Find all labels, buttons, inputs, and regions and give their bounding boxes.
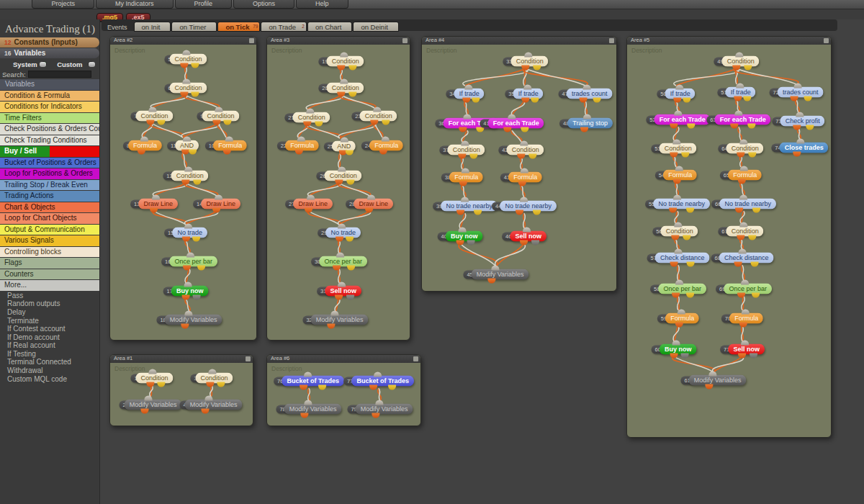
tab-on-deinit[interactable]: on Deinit — [353, 22, 399, 32]
node-input-connector[interactable] — [741, 341, 749, 346]
node-formula[interactable]: 70Formula — [721, 313, 763, 324]
node-buynow[interactable]: 40Buy now — [438, 231, 483, 242]
category-bucket-of-positions-orders[interactable]: Bucket of Positions & Orders — [0, 158, 99, 168]
node-formula[interactable]: 54Formula — [655, 170, 697, 181]
node-input-connector[interactable] — [305, 400, 312, 405]
node-input-connector[interactable] — [734, 111, 742, 116]
node-input-connector[interactable] — [382, 137, 390, 142]
node-input-connector[interactable] — [336, 253, 344, 258]
node-input-connector[interactable] — [185, 311, 193, 316]
node-condition[interactable]: 1Condition — [130, 373, 173, 384]
node-input-connector[interactable] — [674, 249, 682, 254]
node-input-connector[interactable] — [521, 168, 528, 174]
node-iftrade[interactable]: 50If trade — [657, 89, 695, 99]
node-modifyvars[interactable]: 32Modify Variables — [302, 315, 368, 325]
node-input-connector[interactable] — [338, 224, 346, 229]
more-item-custom-mql-code[interactable]: Custom MQL code — [0, 375, 99, 384]
category-time-filters[interactable]: Time Filters — [0, 113, 99, 123]
node-input-connector[interactable] — [793, 84, 801, 89]
node-input-connector[interactable] — [739, 195, 747, 200]
node-modifyvars[interactable]: 18Modify Variables — [156, 315, 222, 325]
node-condition[interactable]: 7Condition — [130, 111, 173, 122]
category-loop-for-positions-orders[interactable]: Loop for Positions & Orders — [0, 168, 99, 179]
node-formula[interactable]: 65Formula — [720, 170, 762, 181]
node-modifyvars[interactable]: 45Modify Variables — [463, 269, 528, 280]
node-input-connector[interactable] — [709, 372, 717, 377]
node-condition[interactable]: 37Condition — [439, 145, 485, 156]
node-input-connector[interactable] — [675, 166, 683, 171]
search-input[interactable] — [28, 71, 91, 78]
node-input-connector[interactable] — [338, 167, 346, 172]
node-condition[interactable]: 9Condition — [197, 111, 239, 122]
node-input-connector[interactable] — [461, 141, 469, 146]
more-item-withdrawal[interactable]: Withdrawal — [0, 366, 99, 375]
node-input-connector[interactable] — [331, 311, 339, 316]
more-item-random-outputs[interactable]: Random outputs — [0, 300, 99, 308]
node-onceperbar[interactable]: 30Once per bar — [311, 256, 367, 267]
node-input-connector[interactable] — [225, 137, 233, 142]
node-and[interactable]: 11AND — [167, 140, 199, 151]
category-output-communication[interactable]: Output & Communication — [0, 225, 99, 235]
more-item-pass[interactable]: Pass — [0, 292, 99, 300]
tab-on-init[interactable]: on Init — [134, 22, 171, 32]
node-condition[interactable]: 67Condition — [718, 226, 763, 237]
node-input-connector[interactable] — [739, 222, 747, 228]
node-input-connector[interactable] — [183, 79, 191, 84]
node-input-connector[interactable] — [524, 53, 532, 58]
node-tradescount[interactable]: 72trades count — [770, 87, 824, 98]
node-modifyvars[interactable]: 78Modify Variables — [276, 404, 341, 415]
node-input-connector[interactable] — [215, 195, 222, 200]
node-condition[interactable]: 19Condition — [318, 56, 364, 67]
node-closetrades[interactable]: 74Close trades — [771, 143, 828, 153]
node-notradenearby[interactable]: 44No trade nearby — [492, 201, 557, 212]
node-drawline[interactable]: 27Draw Line — [285, 199, 333, 210]
menu-item-profile[interactable]: Profile — [175, 0, 233, 9]
node-input-connector[interactable] — [523, 85, 531, 90]
node-input-connector[interactable] — [583, 114, 591, 120]
node-drawline[interactable]: 13Draw Line — [130, 199, 178, 210]
tab-on-trade[interactable]: on Trade2 — [261, 22, 307, 32]
node-input-connector[interactable] — [508, 114, 516, 120]
constants-inputs-button[interactable]: 12Constants (Inputs) — [0, 37, 99, 48]
node-condition[interactable]: 5Condition — [164, 54, 207, 65]
node-input-connector[interactable] — [304, 372, 312, 377]
node-condition[interactable]: 53Condition — [651, 143, 696, 154]
node-iftrade[interactable]: 51If trade — [717, 87, 755, 98]
node-input-connector[interactable] — [184, 224, 192, 229]
menu-item-help[interactable]: Help — [296, 0, 348, 9]
node-input-connector[interactable] — [796, 139, 804, 144]
node-formula[interactable]: 22Formula — [277, 140, 319, 151]
node-checkprofit[interactable]: 73Check profit — [772, 116, 824, 127]
node-iftrade[interactable]: 35If trade — [505, 89, 543, 99]
node-modifyvars[interactable]: 79Modify Variables — [347, 404, 413, 415]
node-buynow[interactable]: 60Buy now — [652, 344, 697, 355]
node-input-connector[interactable] — [205, 396, 213, 401]
node-input-connector[interactable] — [464, 85, 472, 90]
node-input-connector[interactable] — [186, 253, 194, 258]
node-input-connector[interactable] — [520, 141, 528, 146]
more-item-delay[interactable]: Delay — [0, 308, 99, 317]
node-input-connector[interactable] — [149, 107, 157, 112]
node-condition[interactable]: 33Condition — [503, 56, 548, 67]
node-foreachtrade[interactable]: 41For each Trade — [480, 118, 544, 129]
node-onceperbar[interactable]: 69Once per bar — [716, 284, 772, 294]
category-more-[interactable]: More... — [0, 280, 99, 290]
node-drawline[interactable]: 14Draw Line — [193, 199, 240, 210]
more-item-if-demo-account[interactable]: If Demo account — [0, 333, 99, 342]
node-input-connector[interactable] — [307, 195, 315, 200]
node-notrade[interactable]: 29No trade — [318, 228, 361, 238]
more-item-terminate[interactable]: Terminate — [0, 317, 99, 325]
more-item-terminal-connected[interactable]: Terminal Connected — [0, 358, 99, 366]
category-check-trading-conditions[interactable]: Check Trading Conditions — [0, 135, 99, 145]
node-condition[interactable]: 26Condition — [316, 171, 361, 181]
node-input-connector[interactable] — [736, 84, 744, 89]
node-input-connector[interactable] — [338, 282, 346, 287]
node-input-connector[interactable] — [374, 372, 382, 377]
node-input-connector[interactable] — [674, 222, 682, 228]
custom-toggle[interactable] — [88, 61, 94, 67]
node-and[interactable]: 25AND — [324, 141, 356, 152]
node-foreachtrade[interactable]: 63For each Trade — [706, 114, 770, 125]
node-input-connector[interactable] — [738, 249, 746, 254]
node-input-connector[interactable] — [678, 310, 685, 315]
tab-on-timer[interactable]: on Timer — [171, 22, 217, 32]
